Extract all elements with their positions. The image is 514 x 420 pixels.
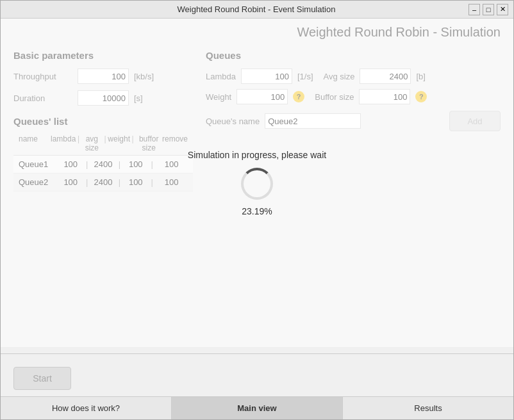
main-window: Weighted Round Robint - Event Simulation… [0, 0, 514, 420]
bottom-bar: Start [1, 360, 513, 396]
simulation-overlay: Simulation in progress, please wait 23.1… [1, 19, 513, 347]
tab-main-view[interactable]: Main view [172, 397, 343, 419]
minimize-button[interactable]: – [468, 4, 480, 15]
close-button[interactable]: ✕ [497, 4, 508, 15]
titlebar-title: Weighted Round Robint - Event Simulation [44, 4, 468, 14]
start-button[interactable]: Start [13, 367, 71, 390]
tab-how-does-it-work[interactable]: How does it work? [1, 397, 172, 419]
maximize-button[interactable]: □ [483, 4, 494, 15]
tab-results[interactable]: Results [343, 397, 513, 419]
titlebar-controls: – □ ✕ [468, 4, 508, 15]
divider [1, 353, 513, 354]
tab-bar: How does it work? Main view Results [1, 396, 513, 419]
progress-text: 23.19% [242, 206, 272, 216]
titlebar: Weighted Round Robint - Event Simulation… [1, 1, 513, 19]
spinner-icon [241, 168, 273, 200]
simulation-status-text: Simulation in progress, please wait [188, 150, 326, 160]
main-content: Weighted Round Robin - Simulation Basic … [1, 19, 513, 347]
